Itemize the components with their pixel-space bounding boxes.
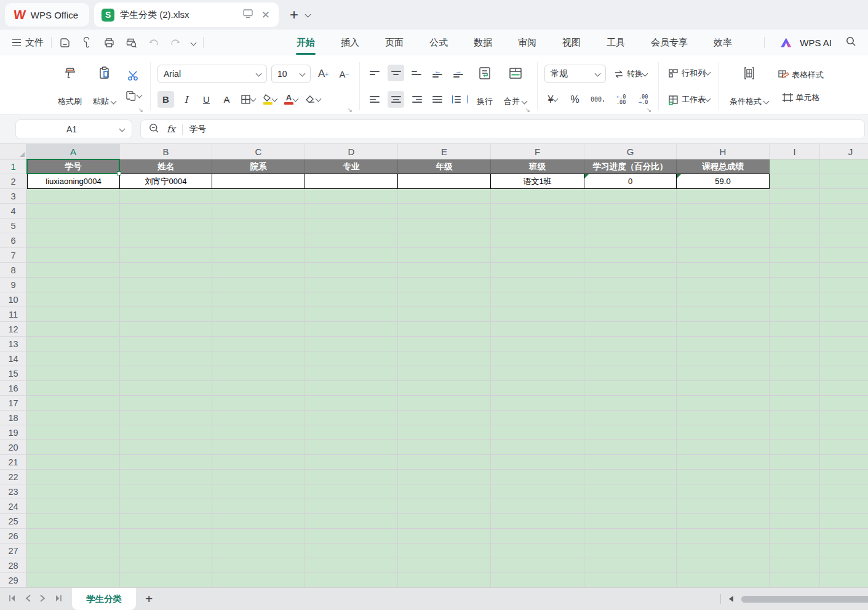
cell-J17[interactable] — [820, 396, 868, 411]
cell-H24[interactable] — [677, 499, 770, 514]
cell-I14[interactable] — [770, 351, 820, 366]
cell-C24[interactable] — [212, 499, 305, 514]
cell-D6[interactable] — [305, 233, 398, 248]
cell-B22[interactable] — [120, 470, 212, 484]
cell-I16[interactable] — [770, 381, 820, 396]
tab-efficiency[interactable]: 效率 — [701, 31, 745, 54]
decrease-indent-button[interactable]: ← — [429, 65, 446, 81]
name-box-chevron-icon[interactable] — [119, 126, 125, 132]
cell-G27[interactable] — [584, 544, 677, 558]
cell-G16[interactable] — [584, 381, 677, 396]
row-header-25[interactable]: 25 — [0, 514, 27, 529]
cell-E26[interactable] — [398, 529, 491, 544]
cell-H23[interactable] — [677, 484, 770, 499]
cell-D13[interactable] — [305, 337, 398, 351]
undo-icon[interactable] — [148, 38, 159, 48]
font-color-button[interactable]: A — [282, 91, 300, 108]
first-sheet-icon[interactable] — [9, 593, 16, 604]
cell-H28[interactable] — [677, 558, 770, 573]
cell-I7[interactable] — [770, 248, 820, 263]
cell-F24[interactable] — [491, 499, 584, 514]
cell-C2[interactable] — [212, 174, 305, 189]
number-expand-icon[interactable]: ↘ — [647, 106, 651, 113]
cell-J10[interactable] — [820, 292, 868, 307]
cell-G8[interactable] — [584, 263, 677, 278]
cell-E8[interactable] — [398, 263, 491, 278]
tab-review[interactable]: 审阅 — [505, 31, 549, 54]
increase-font-button[interactable]: A+ — [315, 66, 332, 82]
cell-H10[interactable] — [677, 292, 770, 307]
cell-A6[interactable] — [27, 233, 120, 248]
cell-J25[interactable] — [820, 514, 868, 529]
cell-I9[interactable] — [770, 278, 820, 292]
cell-A3[interactable] — [27, 189, 120, 204]
merge-cells-button[interactable]: 合并 — [500, 63, 530, 110]
cell-G17[interactable] — [584, 396, 677, 411]
cell-H8[interactable] — [677, 263, 770, 278]
cell-B28[interactable] — [120, 558, 212, 573]
cell-D12[interactable] — [305, 322, 398, 337]
cell-G29[interactable] — [584, 573, 677, 587]
cell-I13[interactable] — [770, 337, 820, 351]
cell-I22[interactable] — [770, 470, 820, 484]
cell-F29[interactable] — [491, 573, 584, 587]
cell-B21[interactable] — [120, 455, 212, 470]
cell-C4[interactable] — [212, 204, 305, 219]
cell-C17[interactable] — [212, 396, 305, 411]
wrap-text-button[interactable]: 换行 — [473, 63, 496, 110]
cell-F9[interactable] — [491, 278, 584, 292]
cell-J28[interactable] — [820, 558, 868, 573]
cell-E11[interactable] — [398, 307, 491, 322]
cell-I17[interactable] — [770, 396, 820, 411]
thousands-separator-button[interactable]: 000, — [589, 91, 607, 108]
cell-B17[interactable] — [120, 396, 212, 411]
cell-D15[interactable] — [305, 366, 398, 381]
cell-D11[interactable] — [305, 307, 398, 322]
column-header-A[interactable]: A — [27, 144, 120, 159]
cell-A21[interactable] — [27, 455, 120, 470]
italic-button[interactable]: I — [178, 91, 194, 108]
cell-I20[interactable] — [770, 440, 820, 455]
cell-B6[interactable] — [120, 233, 212, 248]
row-header-2[interactable]: 2 — [0, 174, 27, 189]
decrease-font-button[interactable]: A− — [336, 66, 352, 82]
clear-format-button[interactable] — [303, 91, 322, 108]
cell-D18[interactable] — [305, 411, 398, 425]
cell-D2[interactable] — [305, 174, 398, 189]
cell-B9[interactable] — [120, 278, 212, 292]
cell-J11[interactable] — [820, 307, 868, 322]
cell-H9[interactable] — [677, 278, 770, 292]
cell-G10[interactable] — [584, 292, 677, 307]
increase-decimal-button[interactable]: .00→.0 — [635, 91, 651, 108]
cell-F12[interactable] — [491, 322, 584, 337]
new-tab-button[interactable]: + — [290, 6, 298, 23]
cell-H25[interactable] — [677, 514, 770, 529]
cell-I11[interactable] — [770, 307, 820, 322]
cell-I5[interactable] — [770, 219, 820, 233]
cell-D7[interactable] — [305, 248, 398, 263]
cell-I1[interactable] — [770, 159, 820, 174]
cell-A28[interactable] — [27, 558, 120, 573]
cell-B1[interactable]: 姓名 — [120, 159, 212, 174]
cell-G13[interactable] — [584, 337, 677, 351]
row-header-21[interactable]: 21 — [0, 455, 27, 470]
tab-membership[interactable]: 会员专享 — [638, 31, 701, 54]
document-tab[interactable]: S 学生分类 (2).xlsx ✕ — [94, 2, 279, 27]
tab-list-chevron-icon[interactable] — [306, 9, 310, 20]
cell-E17[interactable] — [398, 396, 491, 411]
share-screen-icon[interactable] — [242, 9, 253, 21]
percent-button[interactable]: % — [567, 91, 583, 108]
cell-C8[interactable] — [212, 263, 305, 278]
cell-D29[interactable] — [305, 573, 398, 587]
cell-G11[interactable] — [584, 307, 677, 322]
font-name-select[interactable]: Arial — [157, 65, 267, 83]
cell-H7[interactable] — [677, 248, 770, 263]
cell-G24[interactable] — [584, 499, 677, 514]
row-header-15[interactable]: 15 — [0, 366, 27, 381]
align-left-button[interactable] — [367, 91, 383, 108]
row-header-23[interactable]: 23 — [0, 484, 27, 499]
cell-J22[interactable] — [820, 470, 868, 484]
cell-J6[interactable] — [820, 233, 868, 248]
cell-J14[interactable] — [820, 351, 868, 366]
font-size-select[interactable]: 10 — [271, 65, 311, 83]
